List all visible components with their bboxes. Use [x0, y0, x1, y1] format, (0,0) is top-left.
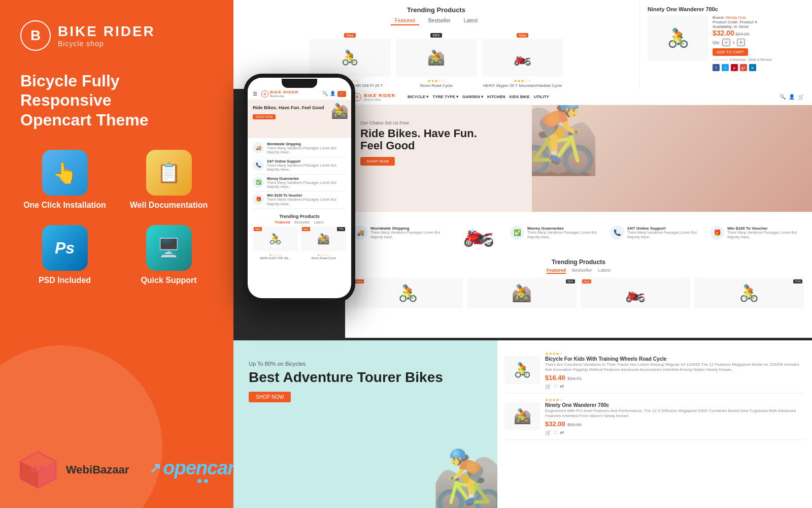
- bottom-logos: WB WebiBazaar ↗ opencart: [0, 447, 233, 493]
- phone-notch: [282, 79, 317, 88]
- top-product-detail: Ninety One Wanderer 700c 🚴 Brand: Ninety…: [639, 0, 812, 89]
- desktop-brand-sub: Bicycle shop: [364, 98, 395, 101]
- desktop-search-icon[interactable]: 🔍: [780, 94, 786, 100]
- brand-area: B BIKE RIDER Bicycle shop: [0, 0, 233, 61]
- nav-link-tyre[interactable]: TYRE TYPE ▾: [432, 94, 458, 99]
- bottom-product-1: 🚴 ★★★★☆ Bicycle For Kids With Training W…: [504, 347, 805, 394]
- desktop-nav: B BIKE RIDER Bicycle shop BICYCLE ▾ TYRE…: [345, 89, 812, 105]
- nav-link-bicycle[interactable]: BICYCLE ▾: [408, 94, 428, 99]
- desktop-product-4: 77% 🚴: [694, 278, 804, 308]
- phone-product-img-1: New 🚴: [253, 226, 298, 251]
- feature-documentation: 📋 Well Documentation: [124, 150, 213, 210]
- svg-marker-0: [20, 452, 56, 488]
- bottom-product-info-2: ★★★★☆ Ninety One Wanderer 700c Engineere…: [545, 398, 805, 435]
- desktop-brand-name: BIKE RIDER: [364, 93, 395, 98]
- phone-product-1: New 🚴 ★☆☆☆☆ HERCULES TOP GE...: [253, 226, 298, 260]
- desktop-nav-links: BICYCLE ▾ TYRE TYPE ▾ GARDEN ▾ KITCHEN K…: [408, 94, 549, 99]
- bottom-product-list: 🚴 ★★★★☆ Bicycle For Kids With Training W…: [497, 340, 812, 508]
- add-to-cart-button[interactable]: ADD TO CART: [713, 48, 748, 56]
- product-detail-info: Brand: Ninety One Product Code: Product …: [713, 15, 804, 71]
- wishlist-icon-1[interactable]: ♡: [553, 384, 558, 389]
- phone-voucher-icon: 🎁: [253, 194, 264, 205]
- phone-tab-latest[interactable]: Latest: [314, 220, 324, 224]
- support-icon: 🖥️: [146, 225, 192, 271]
- googleplus-icon[interactable]: g+: [740, 64, 747, 71]
- desktop-voucher-icon: 🎁: [710, 226, 724, 240]
- adventure-bike-icon: 🚵: [431, 447, 497, 508]
- top-bike-2: 68% 🚵 ★★★☆☆ Strom Road Cycle $32.00 $71.…: [396, 29, 477, 89]
- phone-tab-featured[interactable]: Featured: [275, 220, 290, 224]
- bottom-product-img-2: 🚵: [504, 402, 540, 430]
- psd-label: PSD Included: [39, 276, 91, 285]
- webi-logo: WB WebiBazaar: [15, 447, 129, 493]
- bottom-product-info-1: ★★★★☆ Bicycle For Kids With Training Whe…: [545, 352, 805, 389]
- social-icons: f t p g+ in: [713, 64, 804, 71]
- cart-icon-2[interactable]: 🛒: [545, 430, 551, 435]
- adventure-shop-now-button[interactable]: SHOP NOW: [249, 392, 291, 402]
- linkedin-icon[interactable]: in: [749, 64, 756, 71]
- nav-link-kids[interactable]: KIDS BIKE: [510, 94, 530, 99]
- phone-brand: B BIKE RIDER Bicycle shop: [261, 90, 298, 98]
- right-area: Trending Products Featured Bestseller La…: [233, 0, 812, 508]
- brand-name: BIKE RIDER: [58, 23, 155, 40]
- svg-marker-3: [38, 461, 56, 488]
- top-trending-title: Trending Products: [244, 6, 629, 14]
- phone-user-icon[interactable]: 👤: [330, 91, 335, 97]
- nav-link-garden[interactable]: GARDEN ▾: [462, 94, 483, 99]
- nav-link-kitchen[interactable]: KITCHEN: [487, 94, 505, 99]
- top-tab-bestseller[interactable]: Bestseller: [424, 17, 455, 25]
- top-tab-featured[interactable]: Featured: [391, 17, 419, 25]
- webi-name: WebiBazaar: [66, 463, 129, 477]
- phone-feature-4: 🎁 Win $100 To Voucher There Many Variati…: [253, 192, 346, 209]
- nav-link-utility[interactable]: UTILITY: [534, 94, 549, 99]
- adventure-sub: Up To 80% on Bicycles: [249, 361, 482, 367]
- brand-subtitle: Bicycle shop: [58, 40, 155, 48]
- desktop-tab-bestseller[interactable]: Bestseller: [572, 268, 592, 274]
- desktop-product-img-3: New 🏍️: [581, 278, 690, 308]
- oc-dot-2: [204, 479, 208, 483]
- wishlist-icon-2[interactable]: ♡: [553, 430, 558, 435]
- support-label: Quick Support: [141, 276, 196, 285]
- phone-trending-title: Trending Products: [253, 214, 346, 219]
- phone-cart-icon[interactable]: 🛒: [337, 91, 346, 97]
- facebook-icon[interactable]: f: [713, 64, 720, 71]
- phone-hero: Ride Bikes. Have Fun. Feel Good SHOP NOW…: [248, 100, 351, 138]
- phone-feature-1: 🚚 Worldwide Shipping There Many Variatio…: [253, 140, 346, 157]
- desktop-product-img-1: New 🚴: [353, 278, 463, 308]
- desktop-products-list: New 🚴 68% 🚵 New 🏍️: [353, 278, 804, 308]
- twitter-icon[interactable]: t: [722, 64, 729, 71]
- phone-outer: ☰ B BIKE RIDER Bicycle shop 🔍 👤 🛒: [244, 74, 355, 302]
- phone-shipping-icon: 🚚: [253, 142, 264, 153]
- desktop-cart-icon[interactable]: 🛒: [798, 94, 804, 100]
- desktop-user-icon[interactable]: 👤: [789, 94, 795, 100]
- qty-plus[interactable]: +: [737, 39, 746, 46]
- cart-icon-1[interactable]: 🛒: [545, 384, 551, 389]
- phone-search-icon[interactable]: 🔍: [322, 91, 328, 97]
- pinterest-icon[interactable]: p: [731, 64, 738, 71]
- desktop-shop-now-button[interactable]: SHOP NOW: [360, 157, 395, 166]
- desktop-hero-background: 🚵: [532, 105, 812, 212]
- desktop-tab-latest[interactable]: Latest: [598, 268, 611, 274]
- desktop-feature-support: 📞 24/7 Online Support There Many Variati…: [610, 218, 704, 247]
- phone-menu-icon[interactable]: ☰: [253, 91, 257, 97]
- desktop-product-3: New 🏍️: [581, 278, 690, 308]
- bottom-product-actions-1: 🛒 ♡ ⇄: [545, 384, 805, 389]
- desktop-center-rider: 🏍️: [453, 218, 504, 247]
- top-tab-latest[interactable]: Latest: [460, 17, 482, 25]
- desktop-hero-sub: Our Chains Set Us Free: [360, 120, 482, 125]
- feature-support: 🖥️ Quick Support: [124, 225, 213, 285]
- top-bike-3: New 🏍️ ★★★☆☆ HERO Skyper 26 T Mountain/H…: [482, 29, 563, 89]
- desktop-product-img-2: 68% 🚵: [467, 278, 577, 308]
- brand-text: BIKE RIDER Bicycle shop: [58, 23, 155, 48]
- desktop-tab-featured[interactable]: Featured: [547, 268, 566, 274]
- reviews-row: ☆☆☆☆☆ 0 Reviews Write A Review: [713, 58, 804, 62]
- phone-mockup: ☰ B BIKE RIDER Bicycle shop 🔍 👤 🛒: [244, 74, 355, 302]
- phone-guarantee-icon: ✅: [253, 177, 264, 188]
- phone-shop-now-button[interactable]: SHOP NOW: [253, 114, 276, 119]
- phone-tab-bestseller[interactable]: Bestseller: [294, 220, 310, 224]
- webi-cube-icon: WB: [15, 447, 61, 493]
- compare-icon-2[interactable]: ⇄: [560, 430, 564, 435]
- desktop-product-1: New 🚴: [353, 278, 463, 308]
- compare-icon-1[interactable]: ⇄: [560, 384, 564, 389]
- qty-minus[interactable]: −: [722, 39, 731, 46]
